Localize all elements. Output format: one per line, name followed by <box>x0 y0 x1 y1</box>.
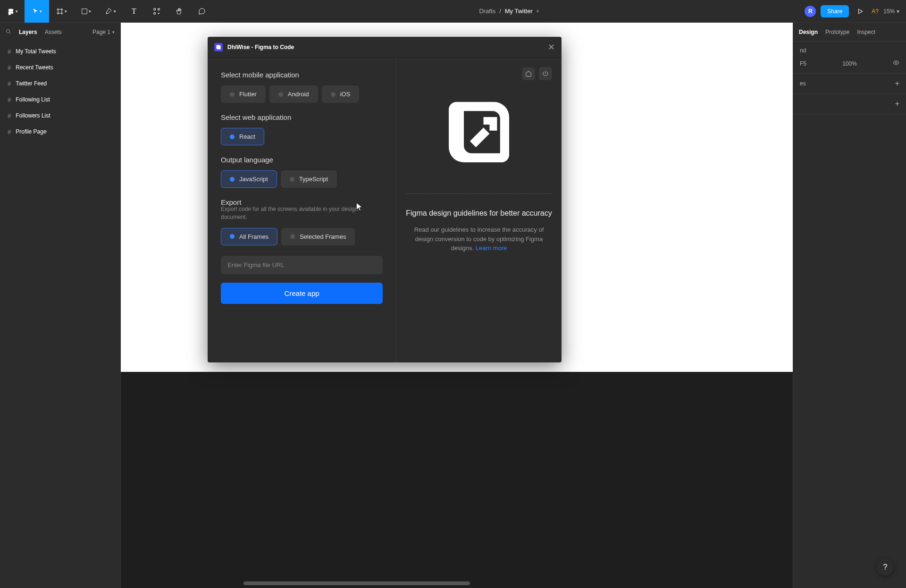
svg-rect-0 <box>82 8 87 14</box>
radio-dot-icon <box>230 234 235 239</box>
option-flutter[interactable]: Flutter <box>221 85 266 103</box>
chip-label: All Frames <box>239 233 268 240</box>
toolbar-right: R Share A? 15% ▾ <box>805 0 906 23</box>
text-tool-button[interactable]: T <box>123 0 145 23</box>
layer-item[interactable]: #Following List <box>0 92 120 108</box>
tab-assets[interactable]: Assets <box>45 29 62 35</box>
shape-tool-button[interactable]: ▾ <box>74 0 98 23</box>
layer-item[interactable]: #Twitter Feed <box>0 76 120 92</box>
home-icon[interactable] <box>522 67 535 80</box>
left-panel-tabs: Layers Assets Page 1 ▾ <box>0 23 120 42</box>
resources-button[interactable] <box>145 0 168 23</box>
frame-icon: # <box>8 96 11 103</box>
figma-menu-button[interactable]: ▾ <box>0 0 25 23</box>
zoom-value: 15% <box>883 8 895 15</box>
chevron-down-icon: ▾ <box>89 9 91 14</box>
layer-item[interactable]: #Followers List <box>0 108 120 124</box>
option-typescript[interactable]: TypeScript <box>281 170 337 188</box>
option-javascript[interactable]: JavaScript <box>221 170 277 188</box>
radio-dot-icon <box>290 234 295 239</box>
user-avatar[interactable]: R <box>805 6 816 17</box>
radio-dot-icon <box>230 177 235 182</box>
svg-rect-2 <box>158 8 159 10</box>
present-button[interactable] <box>854 0 867 23</box>
layer-label: My Total Tweets <box>16 48 56 55</box>
share-button[interactable]: Share <box>821 5 849 17</box>
guidelines-text: Read our guidelines to increase the accu… <box>406 225 552 253</box>
layer-item[interactable]: #Profile Page <box>0 124 120 140</box>
chevron-down-icon: ▾ <box>65 9 67 14</box>
plus-icon[interactable]: + <box>895 79 899 88</box>
layer-label: Followers List <box>16 112 50 119</box>
chip-label: JavaScript <box>239 176 268 183</box>
breadcrumb[interactable]: Drafts / My Twitter ▾ <box>213 8 805 15</box>
text-icon: T <box>132 7 136 16</box>
learn-more-link[interactable]: Learn more <box>476 244 507 252</box>
top-toolbar: ▾ ▾ ▾ ▾ ▾ T Drafts / <box>0 0 906 23</box>
layer-label: Twitter Feed <box>16 80 47 87</box>
close-icon[interactable]: ✕ <box>548 42 555 52</box>
hand-icon <box>176 8 183 15</box>
divider <box>406 193 552 194</box>
frame-icon <box>56 8 64 15</box>
mobile-section-label: Select mobile application <box>221 71 383 79</box>
breadcrumb-file[interactable]: My Twitter <box>505 8 533 15</box>
help-button[interactable]: ? <box>877 559 894 576</box>
tab-inspect[interactable]: Inspect <box>857 29 875 35</box>
create-app-button[interactable]: Create app <box>221 283 383 304</box>
frame-tool-button[interactable]: ▾ <box>49 0 74 23</box>
chevron-down-icon[interactable]: ▾ <box>537 8 539 14</box>
preview-controls <box>406 67 552 80</box>
export-section: + <box>793 94 906 114</box>
web-options: React <box>221 128 383 145</box>
chevron-down-icon: ▾ <box>114 9 116 14</box>
chip-label: Selected Frames <box>300 233 346 240</box>
option-all-frames[interactable]: All Frames <box>221 228 277 245</box>
breadcrumb-parent[interactable]: Drafts <box>479 8 495 15</box>
rectangle-icon <box>81 8 88 15</box>
right-panel-tabs: Design Prototype Inspect <box>793 23 906 42</box>
hand-tool-button[interactable] <box>168 0 191 23</box>
option-selected-frames[interactable]: Selected Frames <box>281 228 355 245</box>
power-icon[interactable] <box>539 67 552 80</box>
chevron-down-icon: ▾ <box>112 30 115 34</box>
tab-layers[interactable]: Layers <box>19 29 37 35</box>
comment-tool-button[interactable] <box>191 0 213 23</box>
pen-tool-button[interactable]: ▾ <box>98 0 123 23</box>
tab-design[interactable]: Design <box>799 29 818 35</box>
svg-point-4 <box>7 29 10 33</box>
horizontal-scrollbar[interactable] <box>243 581 470 585</box>
chevron-down-icon: ▾ <box>40 9 42 14</box>
radio-dot-icon <box>230 92 235 97</box>
option-react[interactable]: React <box>221 128 264 145</box>
option-ios[interactable]: iOS <box>322 85 360 103</box>
option-android[interactable]: Android <box>269 85 318 103</box>
modal-body: Select mobile application Flutter Androi… <box>208 58 562 362</box>
visibility-toggle-icon[interactable] <box>893 59 899 67</box>
move-tool-button[interactable]: ▾ <box>25 0 49 23</box>
modal-form: Select mobile application Flutter Androi… <box>208 58 396 362</box>
layer-item[interactable]: #My Total Tweets <box>0 43 120 59</box>
comment-icon <box>198 8 206 15</box>
opacity-value[interactable]: 100% <box>842 60 857 67</box>
plus-icon[interactable]: + <box>895 100 899 108</box>
background-section: nd F5 100% <box>793 42 906 74</box>
color-value-fragment[interactable]: F5 <box>800 60 806 67</box>
chip-label: Flutter <box>239 91 257 98</box>
radio-dot-icon <box>331 92 336 97</box>
lang-section-label: Output language <box>221 156 383 164</box>
radio-dot-icon <box>290 177 294 182</box>
modal-preview: Figma design guidelines for better accur… <box>396 58 562 362</box>
zoom-control[interactable]: 15% ▾ <box>883 8 899 15</box>
play-icon <box>857 8 864 15</box>
missing-fonts-badge[interactable]: A? <box>872 8 879 15</box>
search-icon[interactable] <box>6 29 11 36</box>
chip-label: iOS <box>340 91 351 98</box>
web-section-label: Select web application <box>221 113 383 121</box>
tab-prototype[interactable]: Prototype <box>825 29 849 35</box>
cursor-icon <box>32 8 39 15</box>
background-label-fragment: nd <box>800 47 806 54</box>
figma-url-input[interactable] <box>221 256 383 274</box>
page-selector[interactable]: Page 1 ▾ <box>92 29 115 35</box>
layer-item[interactable]: #Recent Tweets <box>0 59 120 76</box>
